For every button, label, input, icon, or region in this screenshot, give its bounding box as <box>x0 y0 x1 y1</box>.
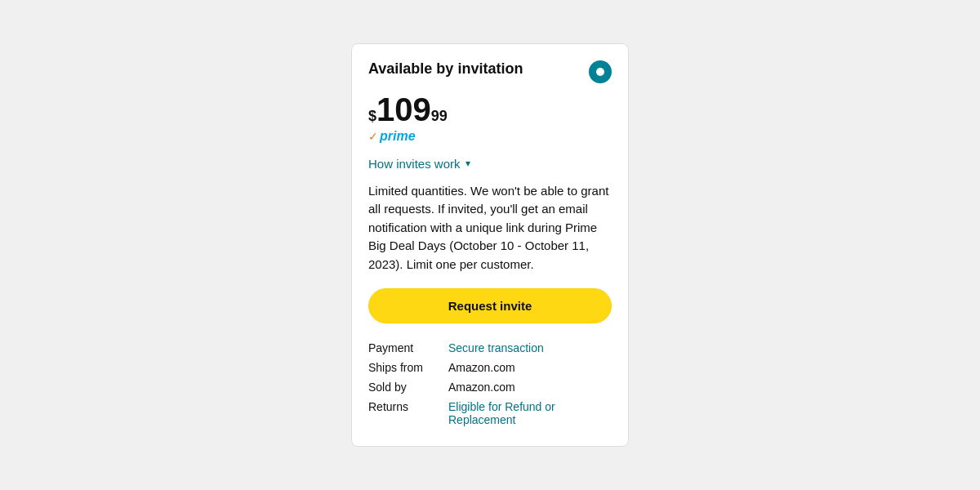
info-row: Ships fromAmazon.com <box>368 358 612 377</box>
available-title: Available by invitation <box>368 60 589 78</box>
invitation-card: Available by invitation $ 109 99 ✓ prime… <box>351 43 629 448</box>
info-row: ReturnsEligible for Refund or Replacemen… <box>368 397 612 430</box>
request-invite-button[interactable]: Request invite <box>368 288 612 323</box>
price-cents: 99 <box>431 109 448 123</box>
info-label: Payment <box>368 338 442 358</box>
info-value: Amazon.com <box>442 358 612 377</box>
prime-checkmark: ✓ <box>368 130 378 143</box>
info-value[interactable]: Eligible for Refund or Replacement <box>442 397 612 430</box>
info-label: Ships from <box>368 358 442 377</box>
info-row: PaymentSecure transaction <box>368 338 612 358</box>
card-header: Available by invitation <box>368 60 612 83</box>
prime-row: ✓ prime <box>368 129 612 144</box>
chevron-down-icon: ▾ <box>466 158 470 169</box>
prime-label: prime <box>380 129 416 144</box>
description-text: Limited quantities. We won't be able to … <box>368 182 612 274</box>
how-invites-link[interactable]: How invites work ▾ <box>368 157 612 171</box>
price-dollar-sign: $ <box>368 109 376 123</box>
info-link[interactable]: Eligible for Refund or Replacement <box>448 400 555 426</box>
info-value[interactable]: Secure transaction <box>442 338 612 358</box>
invitation-icon-inner <box>596 68 604 76</box>
info-row: Sold byAmazon.com <box>368 377 612 397</box>
info-link[interactable]: Secure transaction <box>448 341 544 354</box>
info-label: Returns <box>368 397 442 430</box>
how-invites-label: How invites work <box>368 157 461 171</box>
price-main: 109 <box>376 93 431 126</box>
price-row: $ 109 99 <box>368 93 612 126</box>
info-label: Sold by <box>368 377 442 397</box>
invitation-circle-icon <box>589 60 612 83</box>
info-table: PaymentSecure transactionShips fromAmazo… <box>368 338 612 430</box>
info-value: Amazon.com <box>442 377 612 397</box>
